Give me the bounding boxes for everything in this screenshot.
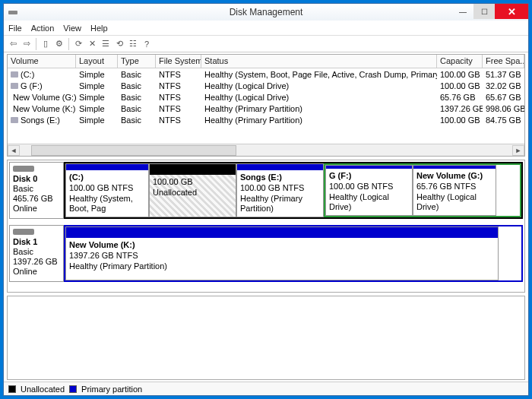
rescan-icon[interactable]: ⟲ [113,38,125,50]
legend-label-unallocated: Unallocated [21,385,65,394]
refresh-icon[interactable]: ⟳ [72,38,84,50]
legend-label-primary: Primary partition [81,385,142,394]
partition[interactable]: (C:)100.00 GB NTFSHealthy (System, Boot,… [65,163,149,217]
partition[interactable]: New Volume (K:)1397.26 GB NTFSHealthy (P… [65,226,499,280]
partition-line3: Healthy (Primary Partition) [240,194,320,215]
maximize-button[interactable]: ☐ [473,4,495,19]
volume-free: 998.06 GB [483,104,524,113]
volume-layout: Simple [76,81,118,90]
volume-row[interactable]: (C:)SimpleBasicNTFSHealthy (System, Boot… [8,68,524,80]
partition-line2: 100.00 GB NTFS [69,183,145,194]
volume-fs: NTFS [156,116,201,125]
volume-row[interactable]: New Volume (K:)SimpleBasicNTFSHealthy (P… [8,103,524,114]
menu-help[interactable]: Help [90,24,108,33]
horizontal-scrollbar[interactable]: ◄ ► [8,144,524,156]
partition[interactable]: G (F:)100.00 GB NTFSHealthy (Logical Dri… [325,165,413,216]
col-free[interactable]: Free Spa... [483,55,524,68]
disk-row: Disk 0Basic465.76 GBOnline(C:)100.00 GB … [9,162,523,219]
partition-strip: (C:)100.00 GB NTFSHealthy (System, Boot,… [64,162,523,219]
disk-row: Disk 1Basic1397.26 GBOnlineNew Volume (K… [9,225,523,282]
minimize-button[interactable]: — [452,4,473,19]
volume-fs: NTFS [156,70,201,79]
menu-view[interactable]: View [63,24,81,33]
partition-line2: 65.76 GB NTFS [416,182,492,192]
scroll-right-icon[interactable]: ► [512,145,524,156]
partition-header [150,164,236,175]
col-status[interactable]: Status [201,55,437,68]
col-type[interactable]: Type [118,55,156,68]
volume-name: Songs (E:) [8,116,76,125]
partition-line3: Healthy (Logical Drive) [416,192,492,214]
partition-line3: Unallocated [153,188,233,198]
list-view-icon[interactable]: ☷ [127,38,139,50]
volume-row[interactable]: Songs (E:)SimpleBasicNTFSHealthy (Primar… [8,114,524,125]
volume-free: 32.02 GB [483,81,524,90]
partition-line3: Healthy (System, Boot, Pag [69,194,145,215]
volume-layout: Simple [76,116,118,125]
window-title: Disk Management [4,7,528,17]
disk-label[interactable]: Disk 1Basic1397.26 GBOnline [9,225,64,282]
volume-fs: NTFS [156,81,201,90]
disk-label[interactable]: Disk 0Basic465.76 GBOnline [9,162,64,219]
volume-capacity: 100.00 GB [437,116,483,125]
disk-graph-area: Disk 0Basic465.76 GBOnline(C:)100.00 GB … [7,160,525,293]
col-capacity[interactable]: Capacity [437,55,483,68]
volume-capacity: 100.00 GB [437,81,483,90]
disk-size: 465.76 GB [13,194,60,203]
drive-icon [11,83,18,89]
volume-free: 51.37 GB [483,70,524,79]
partition-line3: Healthy (Logical Drive) [329,192,409,214]
partition-line3: Healthy (Primary Partition) [69,261,495,272]
menu-action[interactable]: Action [31,24,55,33]
col-volume[interactable]: Volume [8,55,76,68]
partition-line2: 1397.26 GB NTFS [69,251,495,261]
partition-line2: 100.00 GB NTFS [329,182,409,192]
lower-panel [7,296,525,380]
app-window: Disk Management — ☐ ✕ File Action View H… [3,3,529,396]
volume-row[interactable]: G (F:)SimpleBasicNTFSHealthy (Logical Dr… [8,80,524,91]
scroll-thumb[interactable] [31,145,236,156]
close-button[interactable]: ✕ [495,4,528,19]
toggle-pane-icon[interactable]: ▯ [40,38,52,50]
titlebar[interactable]: Disk Management — ☐ ✕ [4,4,528,21]
delete-icon[interactable]: ✕ [86,38,98,50]
col-filesystem[interactable]: File System [156,55,201,68]
partition-title: New Volume (G:) [416,171,492,182]
volume-type: Basic [118,104,156,113]
help-icon[interactable]: ? [141,38,153,50]
volume-name: (C:) [8,70,76,79]
list-body: (C:)SimpleBasicNTFSHealthy (System, Boot… [8,68,524,144]
forward-icon[interactable]: ⇨ [21,38,33,50]
volume-type: Basic [118,93,156,102]
partition[interactable]: New Volume (G:)65.76 GB NTFSHealthy (Log… [413,165,496,216]
legend-swatch-primary [69,385,77,393]
volume-status: Healthy (Primary Partition) [201,116,437,125]
partition[interactable]: Songs (E:)100.00 GB NTFSHealthy (Primary… [236,163,324,217]
volume-layout: Simple [76,93,118,102]
menu-file[interactable]: File [8,24,22,33]
drive-icon [11,117,18,123]
volume-name: New Volume (G:) [8,93,76,102]
toolbar: ⇦ ⇨ ▯ ⚙ ⟳ ✕ ☰ ⟲ ☷ ? [4,36,528,52]
back-icon[interactable]: ⇦ [7,38,19,50]
partition-body: (C:)100.00 GB NTFSHealthy (System, Boot,… [66,170,148,217]
volume-name: G (F:) [8,81,76,90]
partition[interactable]: 100.00 GBUnallocated [149,163,236,217]
partition-strip: New Volume (K:)1397.26 GB NTFSHealthy (P… [64,225,523,282]
disk-name: Disk 0 [13,174,60,183]
col-layout[interactable]: Layout [76,55,118,68]
properties-icon[interactable]: ☰ [100,38,112,50]
list-header: Volume Layout Type File System Status Ca… [8,55,524,68]
partition-body: Songs (E:)100.00 GB NTFSHealthy (Primary… [237,170,323,217]
scroll-left-icon[interactable]: ◄ [8,145,20,156]
volume-status: Healthy (System, Boot, Page File, Active… [201,70,437,79]
disk-type: Basic [13,247,60,256]
scroll-track[interactable] [20,145,512,156]
disk-icon [13,229,34,235]
volume-row[interactable]: New Volume (G:)SimpleBasicNTFSHealthy (L… [8,91,524,103]
svg-rect-0 [8,11,17,14]
toolbar-separator [36,38,36,50]
volume-free: 84.75 GB [483,116,524,125]
disk-type: Basic [13,184,60,193]
settings-icon[interactable]: ⚙ [53,38,65,50]
